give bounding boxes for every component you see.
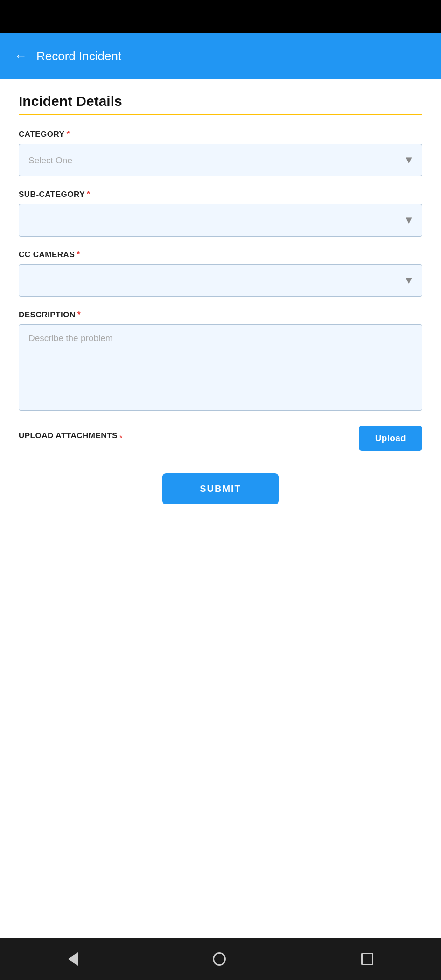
- category-select-wrapper: Select One ▼: [19, 144, 422, 176]
- submit-container: SUBMIT: [19, 464, 422, 518]
- nav-recents-icon[interactable]: [361, 953, 373, 965]
- cc-cameras-label: CC CAMERAS *: [19, 250, 422, 259]
- description-label: DESCRIPTION *: [19, 310, 422, 320]
- title-underline: [19, 114, 422, 115]
- app-header: ← Record Incident: [0, 33, 441, 79]
- upload-row: UPLOAD ATTACHMENTS * Upload: [19, 426, 422, 451]
- subcategory-select-wrapper: ▼: [19, 204, 422, 237]
- description-required-star: *: [77, 310, 81, 320]
- category-required-star: *: [66, 129, 70, 139]
- subcategory-field-group: SUB-CATEGORY * ▼: [19, 189, 422, 237]
- header-title: Record Incident: [36, 49, 121, 63]
- back-icon[interactable]: ←: [14, 49, 27, 63]
- submit-button[interactable]: SUBMIT: [162, 473, 279, 504]
- status-bar: [0, 0, 441, 33]
- subcategory-required-star: *: [87, 189, 91, 199]
- form-title: Incident Details: [19, 93, 422, 109]
- content-area: Incident Details CATEGORY * Select One ▼…: [0, 79, 441, 938]
- category-label: CATEGORY *: [19, 129, 422, 139]
- upload-attachments-required-star: *: [119, 434, 123, 443]
- category-select[interactable]: Select One: [19, 144, 422, 176]
- cc-cameras-select-wrapper: ▼: [19, 264, 422, 297]
- nav-bar: [0, 938, 441, 980]
- nav-home-icon[interactable]: [213, 952, 226, 966]
- cc-cameras-required-star: *: [77, 250, 80, 259]
- cc-cameras-field-group: CC CAMERAS * ▼: [19, 250, 422, 297]
- category-field-group: CATEGORY * Select One ▼: [19, 129, 422, 176]
- subcategory-label: SUB-CATEGORY *: [19, 189, 422, 199]
- upload-attachments-label: UPLOAD ATTACHMENTS: [19, 431, 118, 441]
- subcategory-select[interactable]: [19, 204, 422, 237]
- upload-attachments-field-group: UPLOAD ATTACHMENTS * Upload: [19, 426, 422, 451]
- description-field-group: DESCRIPTION *: [19, 310, 422, 413]
- upload-label-group: UPLOAD ATTACHMENTS *: [19, 431, 123, 445]
- nav-back-icon[interactable]: [68, 952, 78, 966]
- upload-button[interactable]: Upload: [359, 426, 422, 451]
- cc-cameras-select[interactable]: [19, 264, 422, 297]
- description-textarea[interactable]: [19, 324, 422, 411]
